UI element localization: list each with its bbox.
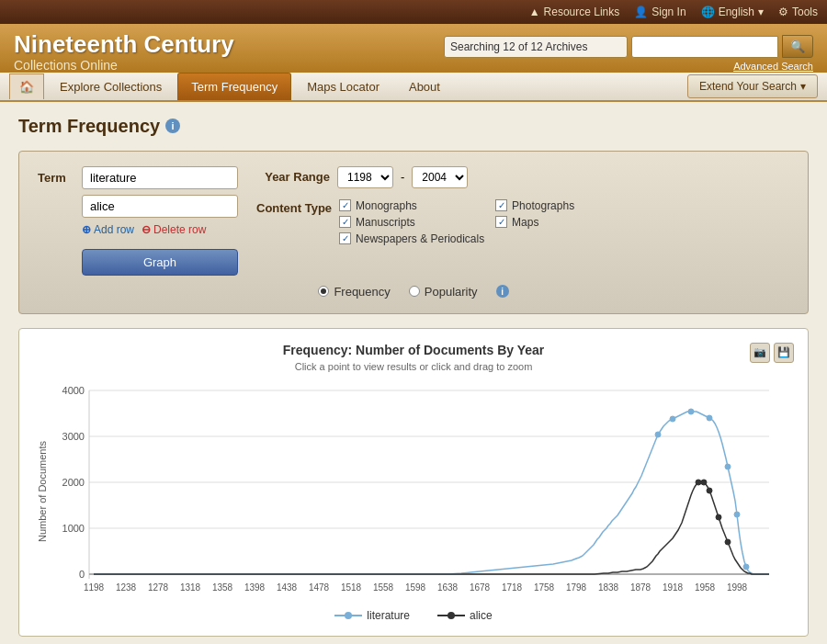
chart-camera-btn[interactable]: 📷: [750, 343, 770, 363]
form-row: Term ⊕ Add row ⊖ Delete row: [38, 166, 789, 276]
svg-point-46: [345, 612, 352, 619]
term-row-2: [38, 195, 238, 218]
svg-text:1478: 1478: [309, 582, 330, 593]
popularity-info-icon[interactable]: i: [496, 285, 509, 298]
extend-search-btn[interactable]: Extend Your Search ▾: [687, 74, 818, 98]
radio-row: Frequency Popularity i: [38, 285, 789, 299]
main-content: Term Frequency i Term ⊕ Add row: [0, 102, 827, 644]
term-input-1[interactable]: [82, 166, 238, 189]
chart-title: Frequency: Number of Documents By Year: [283, 343, 544, 357]
language-label: English: [719, 6, 754, 18]
chevron-down-icon: ▾: [758, 6, 764, 18]
popularity-radio-dot: [409, 286, 420, 297]
svg-text:1238: 1238: [116, 582, 137, 593]
delete-row-btn[interactable]: ⊖ Delete row: [142, 223, 206, 236]
monographs-checkbox[interactable]: [339, 199, 351, 211]
manuscripts-checkbox[interactable]: [339, 216, 351, 228]
svg-point-44: [725, 539, 731, 545]
term-input-2[interactable]: [82, 195, 238, 218]
site-title-line1: Nineteenth Century: [14, 30, 234, 58]
site-title-h1: Nineteenth Century: [14, 31, 234, 58]
info-icon[interactable]: i: [165, 119, 180, 133]
content-type-photographs[interactable]: literature Photographs: [495, 199, 606, 212]
chart-container: Frequency: Number of Documents By Year C…: [18, 328, 809, 637]
sign-in-btn[interactable]: 👤 Sign In: [634, 6, 685, 18]
graph-button[interactable]: Graph: [82, 249, 238, 276]
search-input[interactable]: [631, 36, 778, 58]
content-type-row: Content Type Monographs literature Photo…: [256, 199, 789, 245]
frequency-radio-dot: [318, 286, 329, 297]
resource-links-btn[interactable]: ▲ Resource Links: [529, 6, 620, 18]
popularity-radio[interactable]: Popularity: [409, 285, 478, 299]
svg-point-34: [670, 416, 675, 422]
svg-text:1598: 1598: [405, 582, 426, 593]
content-type-maps[interactable]: Maps: [495, 216, 606, 229]
svg-text:2000: 2000: [62, 477, 85, 488]
header: Nineteenth Century Collections Online Se…: [0, 24, 827, 73]
chart-download-btn[interactable]: 💾: [774, 343, 794, 363]
chart-svg: 4000 3000 2000 1000 0 1198 1238 1278 131…: [48, 381, 774, 602]
content-type-newspapers[interactable]: Newspapers & Periodicals: [339, 232, 606, 245]
svg-text:1000: 1000: [62, 523, 85, 534]
nav-home-button[interactable]: 🏠: [9, 73, 44, 99]
person-icon: 👤: [634, 6, 648, 18]
search-button[interactable]: 🔍: [782, 35, 813, 58]
search-area: Searching 12 of 12 Archives 🔍 Advanced S…: [444, 31, 813, 72]
archive-select[interactable]: Searching 12 of 12 Archives: [444, 36, 628, 58]
add-row-btn[interactable]: ⊕ Add row: [82, 223, 134, 236]
resource-links-label: Resource Links: [544, 6, 620, 18]
svg-text:1918: 1918: [663, 582, 684, 593]
content-type-label: Content Type: [256, 199, 332, 215]
nav-term-frequency[interactable]: Term Frequency: [177, 73, 291, 100]
gear-icon: ⚙: [778, 6, 788, 18]
svg-point-43: [716, 514, 721, 520]
home-icon: 🏠: [19, 80, 34, 94]
svg-point-48: [447, 612, 455, 619]
nav-bar: 🏠 Explore Collections Term Frequency Map…: [0, 73, 827, 102]
newspapers-checkbox[interactable]: [339, 232, 351, 244]
tools-btn[interactable]: ⚙ Tools: [778, 6, 818, 18]
svg-text:1998: 1998: [727, 582, 748, 593]
legend-alice: alice: [437, 609, 493, 622]
svg-text:1678: 1678: [470, 582, 491, 593]
svg-text:3000: 3000: [62, 431, 85, 442]
form-panel: Term ⊕ Add row ⊖ Delete row: [18, 151, 809, 314]
y-axis-label: Number of Documents: [33, 381, 48, 602]
maps-checkbox[interactable]: [495, 216, 507, 228]
globe-icon: 🌐: [701, 6, 715, 18]
resource-links-icon: ▲: [529, 6, 540, 18]
year-to-select[interactable]: 2004: [412, 166, 468, 188]
svg-text:1398: 1398: [244, 582, 266, 593]
content-type-manuscripts[interactable]: Manuscripts: [339, 216, 477, 229]
svg-text:1878: 1878: [630, 582, 651, 593]
svg-point-38: [734, 512, 740, 517]
svg-text:1558: 1558: [373, 582, 394, 593]
svg-point-33: [655, 432, 661, 437]
nav-maps-locator[interactable]: Maps Locator: [293, 73, 393, 100]
chart-wrapper: Frequency: Number of Documents By Year C…: [33, 343, 794, 381]
svg-point-42: [707, 488, 712, 493]
svg-point-40: [696, 480, 701, 485]
minus-icon: ⊖: [142, 223, 151, 236]
search-row: Searching 12 of 12 Archives 🔍: [444, 35, 813, 58]
nav-explore-collections[interactable]: Explore Collections: [46, 73, 176, 100]
svg-point-39: [743, 564, 749, 570]
chevron-down-icon: ▾: [800, 80, 806, 93]
frequency-radio[interactable]: Frequency: [318, 285, 390, 299]
svg-text:1518: 1518: [341, 582, 362, 593]
action-row: ⊕ Add row ⊖ Delete row: [82, 223, 238, 236]
advanced-search-link[interactable]: Advanced Search: [733, 61, 813, 72]
content-type-monographs[interactable]: Monographs: [339, 199, 477, 212]
svg-point-35: [688, 409, 694, 414]
nav-about[interactable]: About: [395, 73, 454, 100]
year-content-section: Year Range 1198 - 2004 Content Type Mon: [256, 166, 789, 245]
svg-point-37: [725, 464, 731, 469]
language-btn[interactable]: 🌐 English ▾: [701, 6, 764, 18]
year-range-row: Year Range 1198 - 2004: [256, 166, 789, 188]
svg-text:1718: 1718: [502, 582, 523, 593]
photographs-checkbox[interactable]: [495, 199, 507, 211]
term-section: Term ⊕ Add row ⊖ Delete row: [38, 166, 238, 276]
svg-text:1798: 1798: [566, 582, 587, 593]
page-title: Term Frequency i: [18, 116, 809, 137]
year-from-select[interactable]: 1198: [337, 166, 393, 188]
